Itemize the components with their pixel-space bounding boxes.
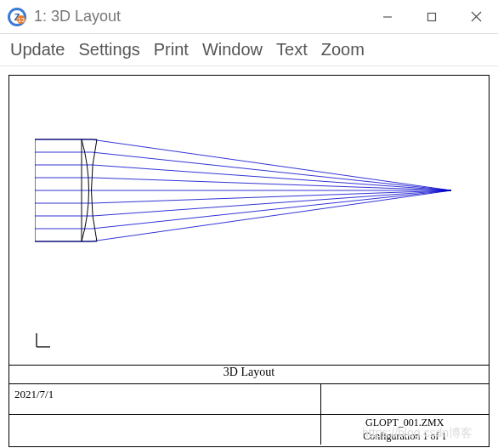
svg-line-15	[92, 152, 451, 190]
file-config-cell: GLOPT_001.ZMX Configuration 1 of 1	[321, 415, 489, 445]
svg-line-23	[93, 190, 451, 203]
plot-date: 2021/7/1	[9, 384, 321, 414]
plot-label: 3D Layout	[9, 365, 489, 383]
plot-config: Configuration 1 of 1	[326, 430, 484, 444]
svg-line-13	[91, 139, 451, 190]
svg-line-19	[93, 178, 451, 190]
optical-layout-diagram	[35, 118, 468, 263]
svg-line-29	[91, 190, 451, 241]
svg-rect-6	[428, 13, 436, 20]
plot-canvas[interactable]	[9, 76, 489, 365]
menu-bar: Update Settings Print Window Text Zoom	[0, 34, 498, 66]
menu-settings[interactable]: Settings	[79, 40, 140, 60]
minimize-button[interactable]	[365, 0, 410, 33]
info-row-2: GLOPT_001.ZMX Configuration 1 of 1	[9, 414, 489, 445]
axis-indicator-icon	[33, 330, 54, 354]
svg-line-27	[92, 190, 451, 229]
content-area: 3D Layout 2021/7/1 GLOPT_001.ZMX Configu…	[0, 66, 498, 448]
close-button[interactable]	[454, 0, 498, 33]
menu-print[interactable]: Print	[154, 40, 189, 60]
menu-text[interactable]: Text	[276, 40, 308, 60]
menu-window[interactable]: Window	[202, 40, 263, 60]
app-icon: Z 13	[7, 7, 27, 27]
info-left-2	[9, 415, 321, 445]
svg-text:13: 13	[18, 17, 25, 23]
plot-filename: GLOPT_001.ZMX	[326, 417, 484, 430]
maximize-button[interactable]	[410, 0, 454, 33]
window-title: 1: 3D Layout	[34, 8, 365, 26]
menu-update[interactable]: Update	[10, 40, 65, 60]
info-row-1: 2021/7/1	[9, 383, 489, 414]
svg-line-25	[93, 190, 451, 216]
info-right-1	[321, 384, 489, 414]
title-bar: Z 13 1: 3D Layout	[0, 0, 498, 34]
svg-line-17	[93, 165, 451, 190]
window-controls	[365, 0, 498, 33]
plot-frame: 3D Layout 2021/7/1 GLOPT_001.ZMX Configu…	[8, 75, 490, 447]
menu-zoom[interactable]: Zoom	[321, 40, 365, 60]
